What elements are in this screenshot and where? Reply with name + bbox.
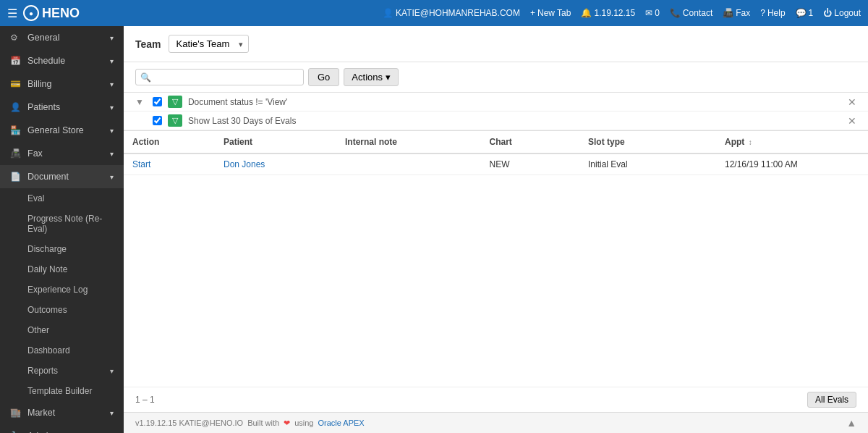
heart-icon: ❤ (284, 419, 290, 428)
schedule-icon: 📅 (10, 56, 22, 66)
notifications-button[interactable]: 💬 1 (796, 8, 814, 18)
contact-button[interactable]: 📞 Contact (670, 8, 712, 18)
sidebar-item-patients[interactable]: 👤 Patients ▾ (0, 96, 124, 119)
sidebar-item-outcomes[interactable]: Outcomes (0, 300, 124, 320)
fax-button[interactable]: 📠 Fax (723, 8, 750, 18)
notifications-icon: 💬 (796, 8, 807, 18)
filter-2-icon-btn[interactable]: ▽ (168, 114, 182, 127)
team-select-wrapper: Katie's Team (169, 35, 249, 53)
logo-text: HENO (42, 6, 80, 21)
logo: ● HENO (23, 5, 80, 21)
logo-circle: ● (23, 5, 39, 21)
version-icon: 🔔 (581, 8, 592, 18)
filter-row-2: ▽ Show Last 30 Days of Evals ✕ (124, 112, 868, 130)
sort-icon: ↕ (749, 138, 752, 146)
chevron-document: ▾ (110, 173, 114, 181)
sidebar-item-template-builder[interactable]: Template Builder (0, 381, 124, 401)
sidebar-item-other[interactable]: Other (0, 320, 124, 340)
filter-row-1: ▼ ▽ Document status != 'View' ✕ (124, 93, 868, 112)
version-info: 🔔 1.19.12.15 (581, 8, 635, 18)
col-header-appt[interactable]: Appt ↕ (716, 131, 868, 154)
actions-button[interactable]: Actions ▾ (344, 68, 399, 86)
new-tab-icon: + (530, 8, 535, 18)
sidebar-item-fax[interactable]: 📠 Fax ▾ (0, 142, 124, 165)
hamburger-icon[interactable]: ☰ (7, 7, 17, 20)
filter-1-checkbox[interactable] (153, 97, 162, 106)
cell-appt: 12/16/19 11:00 AM (716, 154, 868, 175)
sidebar-item-eval[interactable]: Eval (0, 188, 124, 209)
cell-slot-type: Initial Eval (579, 154, 716, 175)
table-header-row: Action Patient Internal note Chart Slot (124, 131, 868, 154)
table-footer: 1 – 1 All Evals (124, 387, 868, 412)
logout-button[interactable]: ⏻ Logout (823, 8, 861, 18)
cell-patient[interactable]: Don Jones (215, 154, 336, 175)
fax-icon: 📠 (723, 8, 733, 18)
sidebar-item-general-store[interactable]: 🏪 General Store ▾ (0, 119, 124, 142)
cell-internal-note (336, 154, 481, 175)
logout-icon: ⏻ (823, 8, 832, 18)
all-evals-button[interactable]: All Evals (807, 392, 856, 408)
oracle-apex-link[interactable]: Oracle APEX (318, 419, 364, 427)
user-icon: 👤 (383, 8, 393, 18)
market-icon: 🏬 (10, 408, 22, 418)
chevron-fax: ▾ (110, 150, 114, 158)
team-label: Team (135, 38, 161, 50)
cell-action[interactable]: Start (124, 154, 215, 175)
sidebar-item-schedule[interactable]: 📅 Schedule ▾ (0, 49, 124, 72)
filter-2-text: Show Last 30 Days of Evals (188, 116, 842, 126)
sidebar-item-dashboard[interactable]: Dashboard (0, 340, 124, 361)
sidebar-item-billing[interactable]: 💳 Billing ▾ (0, 72, 124, 96)
go-button[interactable]: Go (308, 68, 339, 86)
sidebar-item-market[interactable]: 🏬 Market ▾ (0, 401, 124, 424)
footer-using: using (294, 419, 313, 427)
filter-1-icon-btn[interactable]: ▽ (168, 96, 182, 108)
top-nav: ☰ ● HENO 👤 KATIE@HOHMANREHAB.COM + New T… (0, 0, 868, 26)
chevron-general-store: ▾ (110, 127, 114, 135)
sidebar-item-general[interactable]: ⚙ General ▾ (0, 26, 124, 49)
sidebar-item-progress-note[interactable]: Progress Note (Re-Eval) (0, 209, 124, 239)
col-header-chart: Chart (481, 131, 580, 154)
sidebar-item-reports[interactable]: Reports ▾ (0, 361, 124, 381)
search-input[interactable] (154, 72, 299, 83)
help-icon: ? (760, 8, 765, 18)
scroll-top-button[interactable]: ▲ (846, 417, 856, 429)
cell-chart: NEW (481, 154, 580, 175)
sidebar-item-experience-log[interactable]: Experience Log (0, 279, 124, 300)
chevron-billing: ▾ (110, 80, 114, 88)
chevron-reports-sub: ▾ (110, 367, 114, 375)
filter-1-close-icon[interactable]: ✕ (848, 96, 856, 108)
col-header-slot-type: Slot type (579, 131, 716, 154)
team-select[interactable]: Katie's Team (169, 35, 249, 53)
pagination-text: 1 – 1 (135, 395, 155, 405)
fax-sidebar-icon: 📠 (10, 148, 22, 159)
content-area: Team Katie's Team 🔍 Go Actions ▾ ▼ (124, 26, 868, 433)
help-button[interactable]: ? Help (760, 8, 785, 18)
footer-built-with: Built with (247, 419, 279, 427)
actions-chevron-icon: ▾ (386, 72, 391, 83)
patients-icon: 👤 (10, 102, 22, 112)
sidebar-item-daily-note[interactable]: Daily Note (0, 259, 124, 279)
chevron-schedule: ▾ (110, 57, 114, 65)
sidebar-item-admin[interactable]: 🔧 Admin ▾ (0, 424, 124, 433)
page-footer: v1.19.12.15 KATIE@HENO.IO Built with ❤ u… (124, 412, 868, 433)
billing-icon: 💳 (10, 79, 22, 89)
col-header-action: Action (124, 131, 215, 154)
table-wrapper: Action Patient Internal note Chart Slot (124, 131, 868, 387)
col-header-internal-note: Internal note (336, 131, 481, 154)
mail-button[interactable]: ✉ 0 (645, 8, 660, 18)
sidebar-item-discharge[interactable]: Discharge (0, 239, 124, 259)
search-bar: 🔍 Go Actions ▾ (124, 62, 868, 93)
chevron-patients: ▾ (110, 104, 114, 112)
contact-icon: 📞 (670, 8, 681, 18)
general-icon: ⚙ (10, 33, 22, 43)
user-menu[interactable]: 👤 KATIE@HOHMANREHAB.COM (383, 8, 520, 18)
search-input-wrapper: 🔍 (135, 69, 304, 85)
sidebar-item-document[interactable]: 📄 Document ▾ (0, 165, 124, 188)
search-icon: 🔍 (140, 72, 151, 83)
filter-2-checkbox[interactable] (153, 116, 162, 125)
new-tab-button[interactable]: + New Tab (530, 8, 571, 18)
filter-1-text: Document status != 'View' (188, 97, 842, 107)
general-store-icon: 🏪 (10, 125, 22, 135)
filter-2-close-icon[interactable]: ✕ (848, 115, 856, 127)
data-table: Action Patient Internal note Chart Slot (124, 131, 868, 175)
